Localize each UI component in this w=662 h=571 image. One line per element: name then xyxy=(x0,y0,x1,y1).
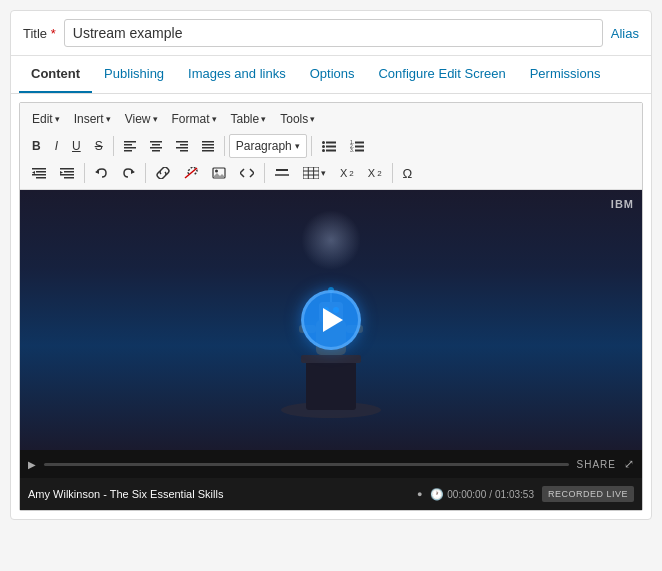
bold-button[interactable]: B xyxy=(26,134,47,158)
toolbar: Edit ▾ Insert ▾ View ▾ Format ▾ Table xyxy=(20,103,642,190)
insert-menu[interactable]: Insert ▾ xyxy=(68,107,117,131)
divider-6 xyxy=(264,163,265,183)
tools-chevron: ▾ xyxy=(310,114,315,124)
svg-rect-46 xyxy=(303,167,319,179)
unlink-button[interactable] xyxy=(178,161,204,185)
image-icon xyxy=(212,167,226,179)
underline-button[interactable]: U xyxy=(66,134,87,158)
align-left-button[interactable] xyxy=(118,134,142,158)
insert-chevron: ▾ xyxy=(106,114,111,124)
svg-rect-36 xyxy=(64,177,74,179)
svg-rect-27 xyxy=(355,150,364,152)
tab-configure-edit[interactable]: Configure Edit Screen xyxy=(366,56,517,93)
svg-point-42 xyxy=(215,170,218,173)
clock-icon: 🕐 xyxy=(430,488,444,501)
svg-marker-32 xyxy=(32,171,35,174)
tab-content[interactable]: Content xyxy=(19,56,92,93)
svg-marker-43 xyxy=(213,173,225,177)
ordered-list-button[interactable]: 1. 2. 3. xyxy=(344,134,370,158)
undo-icon xyxy=(95,167,108,179)
edit-menu[interactable]: Edit ▾ xyxy=(26,107,66,131)
svg-rect-14 xyxy=(202,147,214,149)
svg-rect-28 xyxy=(32,168,46,170)
code-button[interactable] xyxy=(234,161,260,185)
strikethrough-button[interactable]: S xyxy=(89,134,109,158)
svg-rect-1 xyxy=(124,144,132,146)
video-info-bar: Amy Wilkinson - The Six Essential Skills… xyxy=(20,478,642,510)
redo-button[interactable] xyxy=(116,161,141,185)
svg-rect-10 xyxy=(176,147,188,149)
indent-icon xyxy=(60,167,74,179)
align-right-button[interactable] xyxy=(170,134,194,158)
tab-images-links[interactable]: Images and links xyxy=(176,56,298,93)
play-pause-icon[interactable]: ▶ xyxy=(28,459,36,470)
progress-bar[interactable] xyxy=(44,463,569,466)
play-button[interactable] xyxy=(301,290,361,350)
align-justify-icon xyxy=(202,140,214,152)
dot-separator: ● xyxy=(417,489,422,499)
image-button[interactable] xyxy=(206,161,232,185)
svg-rect-33 xyxy=(60,168,74,170)
svg-rect-35 xyxy=(60,174,74,176)
view-menu[interactable]: View ▾ xyxy=(119,107,164,131)
svg-rect-44 xyxy=(276,169,288,171)
unordered-list-button[interactable] xyxy=(316,134,342,158)
align-justify-button[interactable] xyxy=(196,134,220,158)
alias-link[interactable]: Alias xyxy=(611,26,639,41)
tab-publishing[interactable]: Publishing xyxy=(92,56,176,93)
align-right-icon xyxy=(176,140,188,152)
format-menu[interactable]: Format ▾ xyxy=(166,107,223,131)
link-button[interactable] xyxy=(150,161,176,185)
share-button[interactable]: SHARE xyxy=(577,459,616,470)
outdent-button[interactable] xyxy=(26,161,52,185)
video-background: IBM xyxy=(20,190,642,450)
divider-3 xyxy=(311,136,312,156)
video-title: Amy Wilkinson - The Six Essential Skills xyxy=(28,488,409,500)
hr-button[interactable] xyxy=(269,161,295,185)
hr-icon xyxy=(275,167,289,179)
italic-button[interactable]: I xyxy=(49,134,64,158)
title-input[interactable] xyxy=(64,19,603,47)
svg-rect-0 xyxy=(124,141,136,143)
subscript-button[interactable]: X2 xyxy=(334,161,360,185)
editor-content[interactable]: IBM xyxy=(20,190,642,510)
table-btn-chevron: ▾ xyxy=(321,168,326,178)
table-menu[interactable]: Table ▾ xyxy=(225,107,273,131)
align-center-button[interactable] xyxy=(144,134,168,158)
svg-rect-5 xyxy=(152,144,160,146)
link-icon xyxy=(156,167,170,179)
paragraph-dropdown[interactable]: Paragraph ▾ xyxy=(229,134,307,158)
align-left-icon xyxy=(124,140,136,152)
svg-rect-2 xyxy=(124,147,136,149)
tab-permissions[interactable]: Permissions xyxy=(518,56,613,93)
indent-button[interactable] xyxy=(54,161,80,185)
divider-7 xyxy=(392,163,393,183)
video-container: IBM xyxy=(20,190,642,510)
view-chevron: ▾ xyxy=(153,114,158,124)
special-char-button[interactable]: Ω xyxy=(397,161,419,185)
undo-button[interactable] xyxy=(89,161,114,185)
table-insert-button[interactable]: ▾ xyxy=(297,161,332,185)
paragraph-chevron: ▾ xyxy=(295,141,300,151)
time-total: 01:03:53 xyxy=(495,489,534,500)
svg-rect-7 xyxy=(152,150,160,152)
svg-rect-3 xyxy=(124,150,132,152)
svg-point-18 xyxy=(322,145,325,148)
ibm-logo: IBM xyxy=(611,198,634,210)
svg-rect-19 xyxy=(326,146,336,148)
svg-rect-11 xyxy=(180,150,188,152)
title-required: * xyxy=(51,26,56,41)
unordered-list-icon xyxy=(322,140,336,152)
tab-options[interactable]: Options xyxy=(298,56,367,93)
align-center-icon xyxy=(150,140,162,152)
video-clock: 🕐 00:00:00 / 01:03:53 xyxy=(430,488,534,501)
svg-rect-29 xyxy=(36,171,46,173)
svg-rect-30 xyxy=(32,174,46,176)
recorded-live-badge: RECORDED LIVE xyxy=(542,486,634,502)
editor-wrapper: Edit ▾ Insert ▾ View ▾ Format ▾ Table xyxy=(19,102,643,511)
tools-menu[interactable]: Tools ▾ xyxy=(274,107,321,131)
expand-icon[interactable]: ⤢ xyxy=(624,457,634,471)
svg-point-16 xyxy=(322,141,325,144)
superscript-button[interactable]: X2 xyxy=(362,161,388,185)
formatting-row-1: B I U S xyxy=(26,134,636,158)
